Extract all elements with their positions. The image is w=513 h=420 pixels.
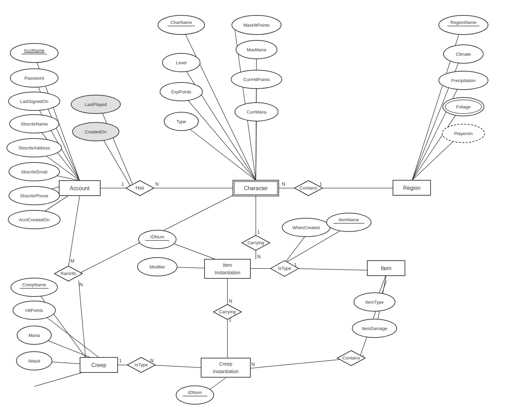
attr-sbscrbrphone-label: SbscrbrPhone <box>20 193 48 198</box>
attr-mana-creep-label: Mana <box>29 333 40 338</box>
cardinality-account-has: 1 <box>121 181 124 187</box>
cardinality-raninfo-n: N <box>79 282 83 287</box>
entity-item-inst-label2: Instantiation <box>214 270 240 275</box>
attr-itemname-label: ItemName <box>339 217 359 222</box>
cardinality-has-character: N <box>155 181 159 187</box>
attr-itemdamage-label: ItemDamage <box>362 326 387 331</box>
attr-password-label: Password <box>24 76 44 81</box>
relationship-contains-char-label: Contains <box>300 185 317 191</box>
relationship-has-label: Has <box>136 185 144 191</box>
attr-charname <box>158 15 205 35</box>
attr-idnum-item-inst-label: IDNum <box>150 234 164 239</box>
attr-idnum-item-inst <box>139 230 176 249</box>
attr-hitpoints-label: HitPoints <box>25 308 43 313</box>
relationship-raninfo-label: RanInfo <box>61 271 76 276</box>
attr-regionname <box>439 15 488 35</box>
relationship-carrying-creep-label: Carrying <box>219 309 236 314</box>
attr-precipitation-label: Precipitation <box>451 78 476 83</box>
cardinality-contains-region: 1 <box>319 181 322 187</box>
attr-playersin-label: PlayersIn <box>454 131 473 136</box>
attr-climate-label: Climate <box>456 52 471 57</box>
entity-region-label: Region <box>403 185 421 191</box>
relationship-istype-creep-label: IsType <box>135 362 148 367</box>
attr-modifier-label: Modifier <box>149 264 166 270</box>
attr-currhitpoints-label: CurrHitPoints <box>243 77 270 82</box>
relationship-carrying-char-label: Carrying <box>247 240 264 245</box>
cardinality-character-contains: N <box>282 181 285 187</box>
cardinality-carrying-char-1: 1 <box>257 229 260 235</box>
attr-charname-label: CharName <box>171 20 192 25</box>
attr-acctname <box>10 43 58 63</box>
attr-creepname <box>11 278 57 297</box>
attr-regionname-label: RegionName <box>450 20 476 25</box>
entity-creep-label: Creep <box>91 362 106 368</box>
attr-acctcreatedon-label: AcctCreatedOn <box>19 217 50 222</box>
attr-sbscrbrname-label: SbscrbrName <box>21 121 48 127</box>
entity-character-label: Character <box>244 185 268 191</box>
attr-foliage-label: Foliage <box>456 104 471 109</box>
attr-itemname <box>327 213 371 232</box>
attr-idnum-creep-inst <box>176 386 214 404</box>
attr-idnum-creep-inst-label: IDNum <box>188 390 202 395</box>
entity-creep-inst-label1: Creep <box>219 361 232 367</box>
cardinality-carrying-creep-n: N <box>229 298 232 304</box>
attr-acctname-label: AcctName <box>24 48 44 53</box>
attr-lastplayed-label: LastPlayed <box>85 102 107 107</box>
attr-attack-label: Attack <box>28 358 41 364</box>
relationship-contains-creep-label: Contains <box>342 355 360 360</box>
entity-account-label: Account <box>70 185 90 191</box>
attr-maxmana-label: MaxMana <box>247 47 266 52</box>
attr-level-label: Level <box>176 60 186 65</box>
attr-currmana-label: CurrMana <box>247 109 267 115</box>
attr-type-label: Type <box>176 119 186 124</box>
cardinality-carrying-char-n: N <box>257 254 261 259</box>
attr-sbscrbraddress-label: SbscrbrAddress <box>18 145 50 150</box>
cardinality-creep-istype-1: 1 <box>119 358 122 363</box>
entity-item-label: Item <box>381 265 391 271</box>
relationship-istype-item-label: IsType <box>278 266 291 271</box>
attr-createdon-label: CreatedOn <box>85 129 107 134</box>
entity-item-inst-label1: Item <box>223 262 232 268</box>
attr-maxhitpoints-label: MaxHitPoints <box>244 23 270 28</box>
attr-whencreated-label: WhenCreated <box>292 225 320 230</box>
attr-creepname-label: CreepName <box>22 282 46 287</box>
attr-itemtype-label: ItemType <box>365 300 383 305</box>
attr-exppoints-label: ExpPoints <box>171 89 192 94</box>
cardinality-contains-creep-n: N <box>251 362 255 367</box>
attr-lastsignedon-label: LastSignedOn <box>20 99 48 104</box>
attr-sbscrbremail-label: SbscrbrEmail <box>21 169 47 174</box>
entity-creep-inst-label2: Instantiation <box>213 369 239 374</box>
cardinality-raninfo-m: M <box>70 258 75 264</box>
